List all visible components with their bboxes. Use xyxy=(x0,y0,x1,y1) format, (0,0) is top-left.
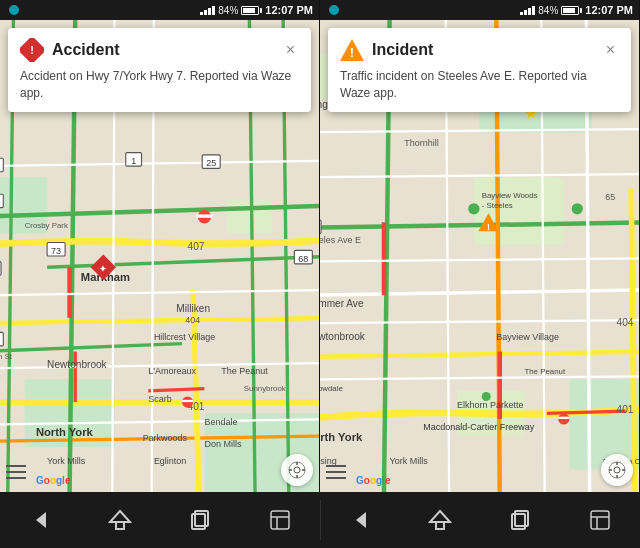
svg-marker-146 xyxy=(430,511,450,522)
right-compass-button[interactable] xyxy=(601,454,633,486)
svg-text:The Peanut: The Peanut xyxy=(524,367,565,376)
svg-rect-78 xyxy=(474,177,564,244)
svg-text:Bayview Village: Bayview Village xyxy=(496,332,559,342)
svg-rect-150 xyxy=(591,511,609,529)
left-map-menu-button[interactable] xyxy=(6,458,34,486)
left-popup-close[interactable]: × xyxy=(282,39,299,61)
svg-text:Willowdale: Willowdale xyxy=(320,384,344,393)
svg-text:Milliken: Milliken xyxy=(176,303,210,314)
left-map-toolbar xyxy=(281,454,313,486)
right-back-button[interactable] xyxy=(330,500,390,540)
svg-text:North York: North York xyxy=(36,426,94,438)
left-recents-button[interactable] xyxy=(170,500,230,540)
left-google-logo: Google xyxy=(36,475,70,486)
left-battery-percent: 84% xyxy=(218,5,238,16)
svg-text:Newtonbrook: Newtonbrook xyxy=(320,331,366,342)
right-recents-button[interactable] xyxy=(490,500,550,540)
left-status-bar: 84% 12:07 PM xyxy=(0,0,319,20)
menu-line-3 xyxy=(6,477,26,479)
svg-rect-147 xyxy=(436,522,444,529)
svg-rect-63 xyxy=(0,194,3,207)
left-phone-panel: 84% 12:07 PM xyxy=(0,0,320,492)
svg-text:407: 407 xyxy=(188,241,205,252)
svg-marker-145 xyxy=(356,512,366,528)
right-map-toolbar xyxy=(601,454,633,486)
signal-bar-2 xyxy=(204,10,207,15)
right-battery-percent: 84% xyxy=(538,5,558,16)
svg-rect-139 xyxy=(116,522,124,529)
right-menu-line-1 xyxy=(326,465,346,467)
svg-text:✦: ✦ xyxy=(99,264,107,274)
svg-rect-5 xyxy=(227,200,272,234)
signal-bars-left xyxy=(200,6,215,15)
svg-point-70 xyxy=(294,467,300,473)
right-phone-panel: 84% 12:07 PM xyxy=(320,0,640,492)
right-popup-close[interactable]: × xyxy=(602,39,619,61)
svg-text:Crosby Park: Crosby Park xyxy=(25,221,68,230)
right-google-logo: Google xyxy=(356,475,390,486)
svg-text:!: ! xyxy=(30,44,34,56)
right-map: ! ★ 404 401 65 34 Langstaff xyxy=(320,20,639,492)
svg-rect-50 xyxy=(182,400,193,402)
svg-text:North York: North York xyxy=(320,431,363,443)
left-popup-header: ! Accident × xyxy=(20,38,299,62)
waze-icon-left xyxy=(6,4,22,16)
waze-icon-right xyxy=(326,4,342,16)
incident-icon: ! xyxy=(340,38,364,62)
left-compass-button[interactable] xyxy=(281,454,313,486)
svg-line-19 xyxy=(148,389,204,391)
svg-text:65: 65 xyxy=(605,192,615,202)
svg-text:1: 1 xyxy=(131,156,136,166)
right-popup-body: Traffic incident on Steeles Ave E. Repor… xyxy=(340,68,619,102)
left-home-button[interactable] xyxy=(90,500,150,540)
right-map-menu-button[interactable] xyxy=(326,458,354,486)
right-popup-header: ! Incident × xyxy=(340,38,619,62)
battery-left xyxy=(241,6,262,15)
svg-point-102 xyxy=(468,203,479,214)
svg-point-0 xyxy=(9,5,19,15)
right-status-bar: 84% 12:07 PM xyxy=(320,0,639,20)
left-status-left xyxy=(6,4,22,16)
left-popup-body: Accident on Hwy 7/York Hwy 7. Reported v… xyxy=(20,68,299,102)
svg-text:Cummer Ave: Cummer Ave xyxy=(320,298,364,309)
svg-text:404: 404 xyxy=(617,317,634,328)
left-popup-title: Accident xyxy=(52,41,282,59)
right-status-left xyxy=(326,4,342,16)
left-popup-card: ! Accident × Accident on Hwy 7/York Hwy … xyxy=(8,28,311,112)
svg-text:401: 401 xyxy=(617,404,634,415)
svg-text:Bayview Woods: Bayview Woods xyxy=(482,191,538,200)
accident-icon: ! xyxy=(20,38,44,62)
right-status-right: 84% 12:07 PM xyxy=(520,4,633,16)
svg-rect-57 xyxy=(0,262,1,275)
svg-rect-65 xyxy=(0,158,3,171)
svg-text:Newtonbrook: Newtonbrook xyxy=(47,359,108,370)
signal-bars-right xyxy=(520,6,535,15)
left-menu-nav-button[interactable] xyxy=(250,500,310,540)
svg-line-88 xyxy=(631,189,634,492)
svg-marker-137 xyxy=(36,512,46,528)
svg-text:Macdonald-Cartier Freeway: Macdonald-Cartier Freeway xyxy=(423,422,534,432)
right-home-button[interactable] xyxy=(410,500,470,540)
svg-line-91 xyxy=(547,411,626,413)
svg-text:Steeles Ave E: Steeles Ave E xyxy=(320,235,361,245)
svg-text:York Mills: York Mills xyxy=(390,456,429,466)
svg-text:Eglinton: Eglinton xyxy=(154,456,186,466)
right-menu-line-3 xyxy=(326,477,346,479)
svg-point-132 xyxy=(614,467,620,473)
svg-text:Scarb: Scarb xyxy=(148,394,171,404)
right-menu-nav-button[interactable] xyxy=(570,500,630,540)
left-back-button[interactable] xyxy=(10,500,70,540)
svg-text:Don Mills: Don Mills xyxy=(204,439,241,449)
svg-text:!: ! xyxy=(350,45,354,60)
svg-marker-138 xyxy=(110,511,130,522)
signal-bar-r4 xyxy=(532,6,535,15)
signal-bar-1 xyxy=(200,12,203,15)
svg-rect-106 xyxy=(558,417,569,419)
right-time: 12:07 PM xyxy=(585,4,633,16)
svg-rect-110 xyxy=(320,220,321,233)
menu-line-1 xyxy=(6,465,26,467)
svg-text:York Mills: York Mills xyxy=(47,456,86,466)
svg-text:Parkwoods: Parkwoods xyxy=(143,433,188,443)
battery-right xyxy=(561,6,582,15)
svg-text:Elkhorn Parkette: Elkhorn Parkette xyxy=(457,400,523,410)
